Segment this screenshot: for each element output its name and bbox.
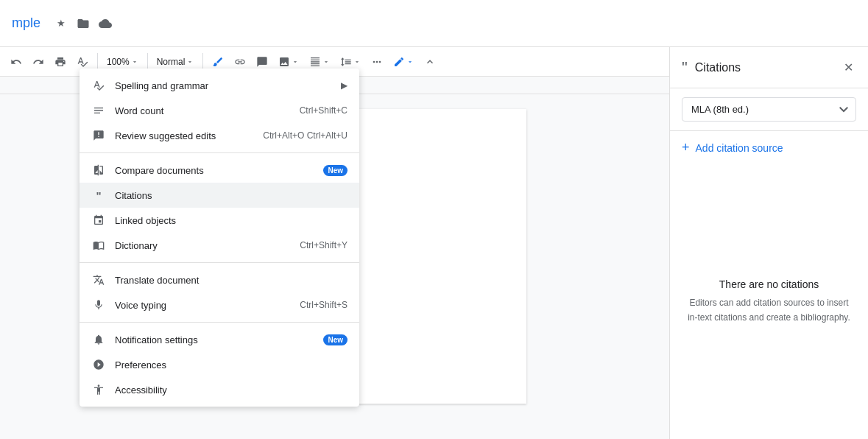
dictionary-shortcut: Ctrl+Shift+Y bbox=[300, 240, 347, 250]
notifications-icon bbox=[91, 332, 106, 347]
tools-dropdown-menu: Spelling and grammar ▶ Word count Ctrl+S… bbox=[80, 69, 359, 407]
citations-menu-label: Citations bbox=[115, 190, 347, 201]
voice-typing-label: Voice typing bbox=[115, 300, 291, 311]
tools-menu-item-review-edits[interactable]: Review suggested edits Ctrl+Alt+O Ctrl+A… bbox=[80, 123, 359, 148]
preferences-label: Preferences bbox=[115, 359, 347, 370]
tools-menu-item-accessibility[interactable]: Accessibility bbox=[80, 377, 359, 402]
notifications-new-badge: New bbox=[323, 334, 347, 345]
review-edits-label: Review suggested edits bbox=[115, 130, 254, 141]
tools-menu-item-citations[interactable]: " Citations bbox=[80, 183, 359, 208]
citations-menu-icon: " bbox=[91, 188, 106, 203]
menu-divider-1 bbox=[80, 152, 359, 153]
tools-menu-item-compare[interactable]: Compare documents New bbox=[80, 158, 359, 183]
dictionary-icon bbox=[91, 238, 106, 253]
review-edits-shortcut: Ctrl+Alt+O Ctrl+Alt+U bbox=[263, 130, 347, 141]
spelling-arrow: ▶ bbox=[341, 80, 347, 91]
tools-menu-item-word-count[interactable]: Word count Ctrl+Shift+C bbox=[80, 98, 359, 123]
spelling-icon bbox=[91, 78, 106, 93]
word-count-shortcut: Ctrl+Shift+C bbox=[300, 105, 347, 116]
accessibility-label: Accessibility bbox=[115, 384, 347, 396]
voice-typing-shortcut: Ctrl+Shift+S bbox=[300, 300, 347, 310]
menu-divider-2 bbox=[80, 262, 359, 263]
word-count-icon bbox=[91, 103, 106, 118]
compare-icon bbox=[91, 163, 106, 178]
linked-objects-label: Linked objects bbox=[115, 215, 347, 226]
compare-label: Compare documents bbox=[115, 165, 308, 176]
translate-label: Translate document bbox=[115, 275, 347, 286]
word-count-label: Word count bbox=[115, 105, 291, 116]
tools-menu-item-preferences[interactable]: Preferences bbox=[80, 352, 359, 377]
translate-icon bbox=[91, 273, 106, 287]
accessibility-icon bbox=[91, 382, 106, 397]
linked-objects-icon bbox=[91, 213, 106, 228]
notifications-label: Notification settings bbox=[115, 334, 308, 345]
tools-menu-item-notifications[interactable]: Notification settings New bbox=[80, 327, 359, 352]
review-edits-icon bbox=[91, 128, 106, 143]
preferences-icon bbox=[91, 357, 106, 372]
spelling-label: Spelling and grammar bbox=[115, 80, 332, 91]
tools-menu-item-voice-typing[interactable]: Voice typing Ctrl+Shift+S bbox=[80, 292, 359, 317]
dropdown-overlay[interactable]: Spelling and grammar ▶ Word count Ctrl+S… bbox=[0, 0, 868, 439]
voice-typing-icon bbox=[91, 298, 106, 312]
compare-new-badge: New bbox=[323, 165, 347, 176]
tools-menu-item-translate[interactable]: Translate document bbox=[80, 267, 359, 292]
dictionary-label: Dictionary bbox=[115, 240, 291, 251]
menu-divider-3 bbox=[80, 322, 359, 323]
tools-menu-item-linked-objects[interactable]: Linked objects bbox=[80, 208, 359, 233]
tools-menu-item-spelling[interactable]: Spelling and grammar ▶ bbox=[80, 73, 359, 98]
tools-menu-item-dictionary[interactable]: Dictionary Ctrl+Shift+Y bbox=[80, 233, 359, 258]
